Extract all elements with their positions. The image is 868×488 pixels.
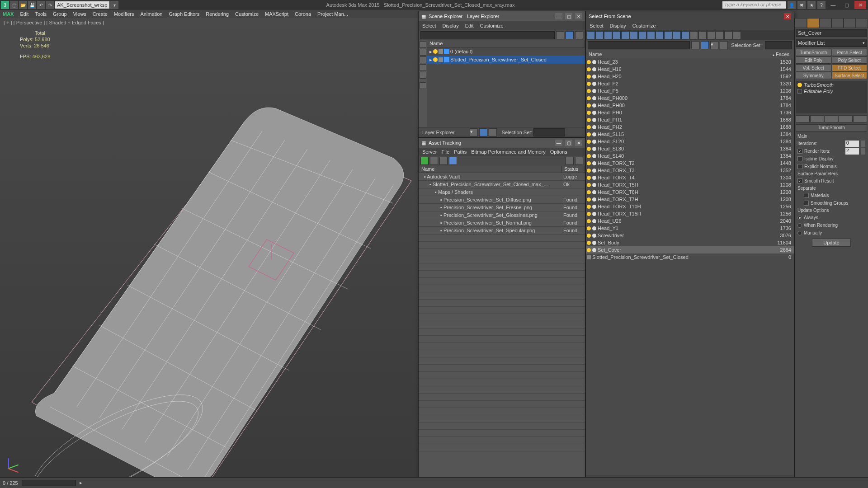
sfs-f1[interactable] xyxy=(587,31,595,39)
help-icon[interactable]: ? xyxy=(817,1,826,9)
sfs-g3[interactable] xyxy=(707,31,715,39)
sfs-row[interactable]: Head_TORX_T6H1208 xyxy=(586,188,794,196)
sfs-g2[interactable] xyxy=(698,31,707,39)
btn-edit-poly[interactable]: Edit Poly xyxy=(796,56,831,64)
btn-turbosmooth[interactable]: TurboSmooth xyxy=(796,49,831,56)
sfs-f11[interactable] xyxy=(673,31,681,39)
at-tb4-icon[interactable] xyxy=(449,157,457,165)
sfs-search-input[interactable] xyxy=(588,41,690,49)
sfs-row[interactable]: Head_TORX_T41304 xyxy=(586,174,794,181)
open-icon[interactable]: 📂 xyxy=(19,1,27,9)
sfs-row[interactable]: Head_PH001784 xyxy=(586,102,794,109)
se-menu-edit[interactable]: Edit xyxy=(465,23,474,28)
asset-row[interactable]: ▪ Autodesk VaultLogge xyxy=(419,173,585,181)
at-refresh-icon[interactable] xyxy=(420,157,429,165)
at-col-name[interactable]: Name xyxy=(419,166,561,173)
sfs-row[interactable]: Head_TORX_T15H1256 xyxy=(586,210,794,217)
help-search-input[interactable]: Type a keyword or phrase xyxy=(722,1,786,9)
sfs-row[interactable]: Head_TORX_T5H1208 xyxy=(586,181,794,188)
tab-hierarchy[interactable] xyxy=(819,18,831,28)
menu-group[interactable]: Group xyxy=(53,11,67,17)
sfs-row[interactable]: Head_TORX_T21448 xyxy=(586,160,794,167)
stack-unique-icon[interactable] xyxy=(825,115,839,122)
render-iter-spinner[interactable]: 2 xyxy=(845,148,859,155)
asset-row[interactable]: ▪ Precision_Screwdriver_Set_Fresnel.pngF… xyxy=(419,204,585,211)
se-menu-select[interactable]: Select xyxy=(422,23,436,28)
btn-symmetry[interactable]: Symmetry xyxy=(796,72,831,79)
sfs-clear-icon[interactable] xyxy=(691,41,699,49)
menu-modifiers[interactable]: Modifiers xyxy=(114,11,134,17)
se-layer-row[interactable]: ▸ Slotted_Precision_Screwdriver_Set_Clos… xyxy=(427,56,585,64)
sfs-menu-customize[interactable]: Customize xyxy=(632,23,656,28)
menu-maxscript[interactable]: MAXScript xyxy=(265,11,288,17)
btn-poly-select[interactable]: Poly Select xyxy=(832,56,868,64)
at-menu-bitmap[interactable]: Bitmap Performance and Memory xyxy=(471,149,545,155)
se-filter-icon[interactable] xyxy=(575,31,583,39)
sfs-row[interactable]: Head_TORX_T10H1256 xyxy=(586,203,794,210)
stack-box-icon[interactable] xyxy=(797,89,802,94)
sfs-f7[interactable] xyxy=(638,31,646,39)
sfs-t2-icon[interactable]: ▾ xyxy=(710,41,718,49)
app-icon[interactable]: 3 xyxy=(1,1,9,9)
se-sel-set-input[interactable] xyxy=(533,128,565,136)
save-icon[interactable]: 💾 xyxy=(28,1,36,9)
redo-icon[interactable]: ↷ xyxy=(46,1,54,9)
asset-row[interactable]: ▪ Precision_Screwdriver_Set_Normal.pngFo… xyxy=(419,219,585,227)
se-col-name[interactable]: Name xyxy=(427,40,585,47)
at-menu-options[interactable]: Options xyxy=(550,149,567,155)
iterations-spinner[interactable]: 0 xyxy=(845,141,859,147)
at-menu-paths[interactable]: Paths xyxy=(454,149,467,155)
sfs-row[interactable]: Screwdriver3076 xyxy=(586,232,794,239)
sfs-g4[interactable] xyxy=(716,31,724,39)
smoothing-check[interactable] xyxy=(804,201,809,206)
at-menu-server[interactable]: Server xyxy=(422,149,437,155)
stack-remove-icon[interactable] xyxy=(839,115,853,122)
se-clear-icon[interactable] xyxy=(556,31,564,39)
minimize-button[interactable]: — xyxy=(827,1,839,9)
workspace-arrow-icon[interactable]: ▾ xyxy=(110,1,118,9)
render-iter-check[interactable]: ✓ xyxy=(797,149,802,154)
sfs-row[interactable]: Head_H201592 xyxy=(586,73,794,80)
sfs-g5[interactable] xyxy=(724,31,732,39)
menu-corona[interactable]: Corona xyxy=(295,11,311,17)
isoline-check[interactable] xyxy=(797,156,802,161)
at-close-button[interactable]: ✕ xyxy=(575,140,582,146)
sfs-col-name[interactable]: Name xyxy=(586,52,771,57)
at-tb5-icon[interactable] xyxy=(566,157,574,165)
sfs-f8[interactable] xyxy=(647,31,655,39)
asset-row[interactable]: ▪ Precision_Screwdriver_Set_Glossines.pn… xyxy=(419,211,585,219)
menu-customize[interactable]: Customize xyxy=(235,11,259,17)
at-tb3-icon[interactable] xyxy=(439,157,448,165)
at-menu-file[interactable]: File xyxy=(441,149,449,155)
maximize-button[interactable]: ▢ xyxy=(841,1,853,9)
sfs-row[interactable]: Head_PH01736 xyxy=(586,109,794,116)
se-menu-display[interactable]: Display xyxy=(443,23,459,28)
se-sb-3[interactable] xyxy=(420,56,426,63)
asset-row[interactable]: ▪ Slotted_Precision_Screwdriver_Set_Clos… xyxy=(419,181,585,188)
sfs-f5[interactable] xyxy=(621,31,629,39)
sfs-f10[interactable] xyxy=(664,31,672,39)
sfs-g1[interactable] xyxy=(690,31,698,39)
stack-bulb-icon[interactable] xyxy=(797,83,802,87)
sfs-col-faces[interactable]: ▴ Faces xyxy=(771,52,794,57)
sfs-row[interactable]: Head_231520 xyxy=(586,58,794,66)
se-menu-customize[interactable]: Customize xyxy=(480,23,504,28)
menu-edit[interactable]: Edit xyxy=(20,11,28,17)
se-sb-2[interactable] xyxy=(420,49,426,56)
at-min-button[interactable]: — xyxy=(555,140,562,146)
asset-row[interactable]: ▪ Precision_Screwdriver_Set_Diffuse.pngF… xyxy=(419,196,585,204)
viewport-label[interactable]: [ + ] [ Perspective ] [ Shaded + Edged F… xyxy=(4,20,104,25)
sfs-row[interactable]: Slotted_Precision_Screwdriver_Set_Closed… xyxy=(586,253,794,261)
smooth-result-check[interactable]: ✓ xyxy=(797,178,802,183)
se-tree[interactable]: ▸ 0 (default) ▸ Slotted_Precision_Screwd… xyxy=(427,47,585,127)
spinner-arrows[interactable] xyxy=(861,141,865,147)
materials-check[interactable] xyxy=(804,193,809,198)
signin-icon[interactable]: 👤 xyxy=(788,1,796,9)
sfs-row[interactable]: Head_Y11736 xyxy=(586,225,794,232)
at-max-button[interactable]: ▢ xyxy=(565,140,572,146)
btn-ffd-select[interactable]: FFD Select xyxy=(832,64,868,71)
panel-max-button[interactable]: ▢ xyxy=(565,13,572,19)
when-render-radio[interactable] xyxy=(797,223,802,228)
workspace-dropdown[interactable]: AK_Screenshot_wrksp xyxy=(55,1,109,9)
sfs-g6[interactable] xyxy=(733,31,741,39)
